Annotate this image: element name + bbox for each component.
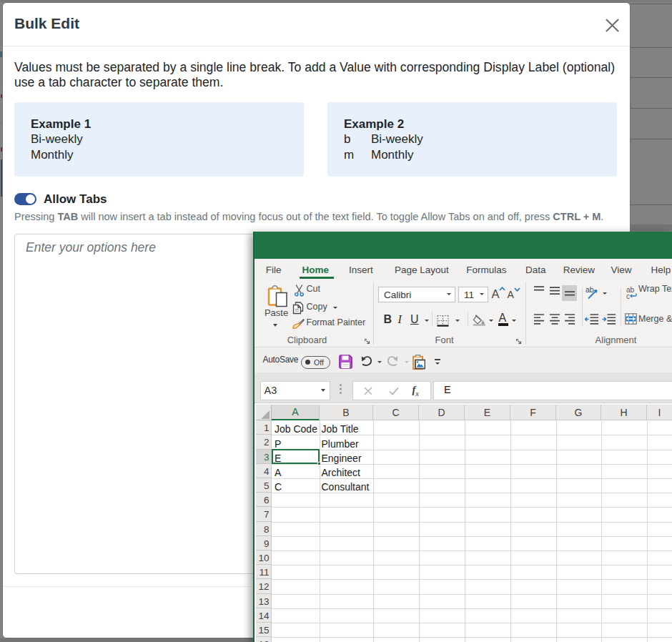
svg-text:ab: ab [585, 286, 594, 294]
svg-text:c: c [626, 292, 630, 300]
